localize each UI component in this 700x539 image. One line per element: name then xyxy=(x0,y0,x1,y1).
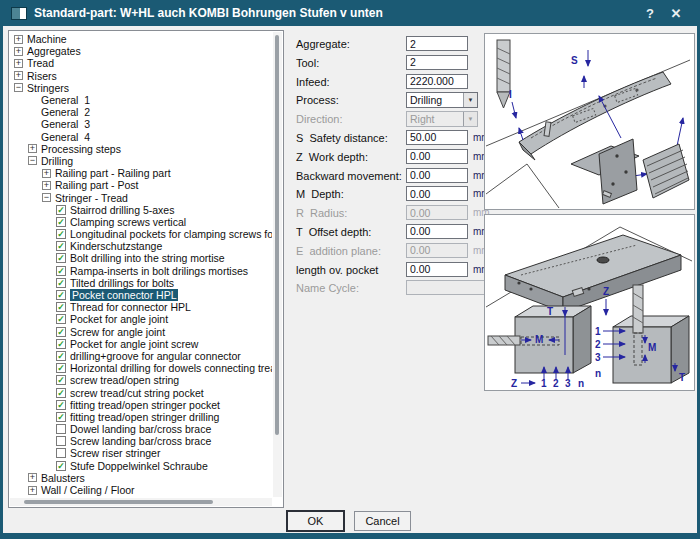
tree-item[interactable]: −Drilling xyxy=(10,155,272,167)
tree-item-label: Railing part - Post xyxy=(55,179,138,191)
tree-item[interactable]: General 4 xyxy=(10,131,272,143)
aggregate-input[interactable]: 2 xyxy=(406,36,468,51)
tree-item[interactable]: ✓Tilted drillings for bolts xyxy=(10,277,272,289)
tree-item[interactable]: ✓Rampa-inserts in bolt drilings mortises xyxy=(10,265,272,277)
checkbox-checked-icon[interactable]: ✓ xyxy=(56,241,66,251)
checkbox-checked-icon[interactable]: ✓ xyxy=(56,412,66,422)
checkbox-checked-icon[interactable]: ✓ xyxy=(56,327,66,337)
checkbox-checked-icon[interactable]: ✓ xyxy=(56,290,66,300)
tree-item[interactable]: +Balusters xyxy=(10,472,272,484)
tree-item[interactable]: ✓Pocket for angle joint xyxy=(10,313,272,325)
tree-item[interactable]: Screw landing bar/cross brace xyxy=(10,435,272,447)
tree-item[interactable]: ✓fitting tread/open stringer drilling xyxy=(10,411,272,423)
checkbox-unchecked-icon[interactable] xyxy=(56,436,66,446)
infeed-label: Infeed: xyxy=(296,76,330,88)
tree-item[interactable]: ✓fitting tread/open stringer pocket xyxy=(10,399,272,411)
length-ov-pocket-row: length ov. pocket0.00mm xyxy=(293,262,483,277)
infeed-input[interactable]: 2220.000 xyxy=(406,74,468,89)
horizontal-scrollbar-thumb[interactable] xyxy=(24,500,213,504)
checkbox-checked-icon[interactable]: ✓ xyxy=(56,351,66,361)
expand-icon[interactable]: + xyxy=(14,59,23,68)
expand-icon[interactable]: + xyxy=(28,473,37,482)
checkbox-checked-icon[interactable]: ✓ xyxy=(56,205,66,215)
app-icon xyxy=(11,7,27,20)
checkbox-checked-icon[interactable]: ✓ xyxy=(56,339,66,349)
ok-button[interactable]: OK xyxy=(287,511,344,531)
tree-item[interactable]: ✓Pocket for angle joint screw xyxy=(10,338,272,350)
tree-item[interactable]: +Processing steps xyxy=(10,143,272,155)
tree-item[interactable]: General 2 xyxy=(10,106,272,118)
checkbox-checked-icon[interactable]: ✓ xyxy=(56,314,66,324)
close-button[interactable]: ✕ xyxy=(663,6,689,21)
checkbox-checked-icon[interactable]: ✓ xyxy=(56,253,66,263)
tree-item[interactable]: ✓Clamping screws vertical xyxy=(10,216,272,228)
collapse-icon[interactable]: − xyxy=(42,193,51,202)
expand-icon[interactable]: + xyxy=(42,181,51,190)
tree-item[interactable]: ✓Thread for connector HPL xyxy=(10,301,272,313)
checkbox-checked-icon[interactable]: ✓ xyxy=(56,363,66,373)
tree-item[interactable]: +Wall / Ceiling / Floor xyxy=(10,484,272,496)
tree-item[interactable]: ✓screw tread/open string xyxy=(10,374,272,386)
backward-movement-label: Backward movement: xyxy=(296,170,402,182)
checkbox-unchecked-icon[interactable] xyxy=(56,424,66,434)
tree-item[interactable]: −Stringer - Tread xyxy=(10,191,272,203)
tree-item[interactable]: ✓Kinderschutzstange xyxy=(10,240,272,252)
tree-item[interactable]: ✓Longitudinal pockets for clamping screw… xyxy=(10,228,272,240)
checkbox-checked-icon[interactable]: ✓ xyxy=(56,461,66,471)
tree-item[interactable]: ✓Screw for angle joint xyxy=(10,326,272,338)
tree-item[interactable]: +Railing part - Post xyxy=(10,179,272,191)
collapse-icon[interactable]: − xyxy=(14,83,23,92)
checkbox-checked-icon[interactable]: ✓ xyxy=(56,229,66,239)
expand-icon[interactable]: + xyxy=(28,486,37,495)
expand-icon[interactable]: + xyxy=(42,169,51,178)
tree-item[interactable]: General 1 xyxy=(10,94,272,106)
vertical-scrollbar[interactable] xyxy=(273,32,282,497)
expand-icon[interactable]: + xyxy=(14,35,23,44)
work-depth-label: Z Work depth: xyxy=(296,151,368,163)
tree-item[interactable]: ✓Pocket connector HPL xyxy=(10,289,272,301)
expand-icon[interactable]: + xyxy=(28,144,37,153)
radius-input: 0.00 xyxy=(406,205,468,220)
tree-item[interactable]: ✓screw tread/cut string pocket xyxy=(10,386,272,398)
tree-item-label: Thread for connector HPL xyxy=(70,301,191,313)
checkbox-checked-icon[interactable]: ✓ xyxy=(56,278,66,288)
dropdown-arrow-icon[interactable]: ▼ xyxy=(463,93,477,107)
m-depth-input[interactable]: 0.00 xyxy=(406,186,468,201)
checkbox-checked-icon[interactable]: ✓ xyxy=(56,266,66,276)
tree-item[interactable]: ✓drilling+groove for angular connector xyxy=(10,350,272,362)
tree-item[interactable]: ✓Horizontal drilling for dowels connecti… xyxy=(10,362,272,374)
tree-item[interactable]: +Railing part - Railing part xyxy=(10,167,272,179)
tree-item[interactable]: +Machine xyxy=(10,33,272,45)
tree-item[interactable]: +Risers xyxy=(10,70,272,82)
safety-distance-input[interactable]: 50.00 xyxy=(406,130,468,145)
tree-item[interactable]: ✓Stairrod drilling 5-axes xyxy=(10,204,272,216)
cancel-button[interactable]: Cancel xyxy=(354,511,411,531)
work-depth-input[interactable]: 0.00 xyxy=(406,149,468,164)
checkbox-checked-icon[interactable]: ✓ xyxy=(56,375,66,385)
length-ov-pocket-input[interactable]: 0.00 xyxy=(406,262,468,277)
vertical-scrollbar-thumb[interactable] xyxy=(275,35,279,435)
expand-icon[interactable]: + xyxy=(14,71,23,80)
collapse-icon[interactable]: − xyxy=(28,156,37,165)
tree-item[interactable]: General 3 xyxy=(10,118,272,130)
checkbox-unchecked-icon[interactable] xyxy=(56,448,66,458)
tree-item[interactable]: +Aggregates xyxy=(10,45,272,57)
tree-item[interactable]: Dowel landing bar/cross brace xyxy=(10,423,272,435)
offset-depth-input[interactable]: 0.00 xyxy=(406,224,468,239)
checkbox-checked-icon[interactable]: ✓ xyxy=(56,400,66,410)
horizontal-scrollbar[interactable] xyxy=(10,498,272,506)
help-button[interactable]: ? xyxy=(637,6,663,21)
checkbox-checked-icon[interactable]: ✓ xyxy=(56,302,66,312)
tool-input[interactable]: 2 xyxy=(406,55,468,70)
tree-item[interactable]: ✓Stufe Doppelwinkel Schraube xyxy=(10,460,272,472)
process-select[interactable]: Drilling▼ xyxy=(406,92,478,108)
tree-item[interactable]: +Tread xyxy=(10,57,272,69)
backward-movement-input[interactable]: 0.00 xyxy=(406,168,468,183)
tree-item[interactable]: Screw riser stringer xyxy=(10,447,272,459)
tree-item[interactable]: +Other xyxy=(10,496,272,497)
tree-item[interactable]: −Stringers xyxy=(10,82,272,94)
tree-item[interactable]: ✓Bolt drilling into the string mortise xyxy=(10,252,272,264)
checkbox-checked-icon[interactable]: ✓ xyxy=(56,217,66,227)
checkbox-checked-icon[interactable]: ✓ xyxy=(56,388,66,398)
expand-icon[interactable]: + xyxy=(14,47,23,56)
